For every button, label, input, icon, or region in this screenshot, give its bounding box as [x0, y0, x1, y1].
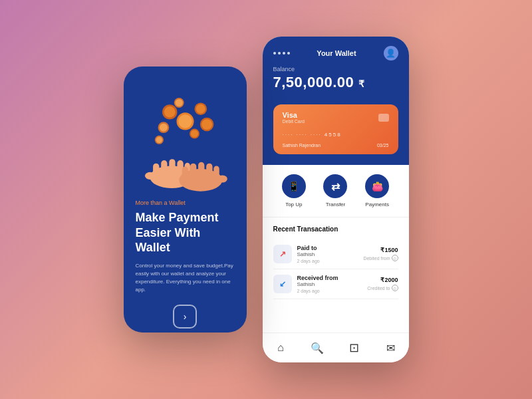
svg-point-23: [144, 172, 154, 180]
svg-point-13: [190, 130, 198, 137]
action-topup[interactable]: 📱 Top Up: [282, 174, 306, 207]
tx-name-1: Sathish: [297, 251, 358, 257]
coin-illustration: [136, 86, 235, 200]
transactions-title: Recent Transacation: [273, 225, 398, 233]
tx-status-dot-2: ⊙: [392, 285, 398, 291]
actions-section: 📱 Top Up ⇄ Transfer 👛 Payments: [263, 165, 409, 217]
topup-circle: 📱: [282, 174, 306, 198]
svg-point-9: [201, 119, 212, 130]
payments-icon: 👛: [372, 181, 383, 192]
tx-amount-2: ₹2000: [367, 277, 398, 283]
tx-icon-box-1: ↗: [273, 245, 292, 263]
action-transfer[interactable]: ⇄ Transfer: [323, 174, 347, 207]
card-expiry: 03/25: [377, 143, 389, 148]
topup-label: Top Up: [285, 201, 302, 207]
tx-icon-box-2: ↙: [273, 275, 292, 293]
debit-card[interactable]: Visa Debit Card ···· ···· ···· 4558 Sath…: [273, 104, 398, 154]
nav-messages[interactable]: ✉: [378, 338, 402, 357]
tagline: More than a Wallet: [136, 200, 235, 206]
arrow-button[interactable]: ›: [173, 305, 197, 329]
transactions-section: Recent Transacation ↗ Paid to Sathish 2 …: [263, 217, 409, 332]
visa-text: Visa: [283, 111, 305, 119]
scan-icon: ⊡: [349, 340, 359, 355]
tx-info-1: Paid to Sathish 2 days ago: [297, 245, 358, 263]
svg-rect-20: [169, 159, 175, 174]
tx-right-2: ₹2000 Credited to ⊙: [367, 277, 398, 291]
card-section: Visa Debit Card ···· ···· ···· 4558 Sath…: [263, 104, 409, 165]
tx-name-2: Sathish: [297, 281, 362, 287]
tx-amount-1: ₹1500: [363, 247, 398, 253]
card-header: Visa Debit Card: [283, 111, 389, 124]
search-icon: 🔍: [311, 342, 324, 354]
menu-dots[interactable]: [273, 52, 290, 55]
arrow-icon: ›: [184, 311, 187, 322]
card-holder: Sathish Rajendran: [283, 143, 321, 148]
transaction-item-1[interactable]: ↗ Paid to Sathish 2 days ago ₹1500 Debit…: [273, 239, 398, 269]
avatar[interactable]: 👤: [384, 46, 398, 61]
left-phone: More than a Wallet Make Payment Easier W…: [124, 66, 247, 332]
svg-point-3: [164, 106, 175, 118]
balance-value: 7,50,000.00: [273, 74, 354, 90]
messages-icon: ✉: [386, 342, 395, 354]
tx-status-2: Credited to ⊙: [367, 285, 398, 291]
headline: Make Payment Easier With Wallet: [136, 210, 235, 255]
tx-status-label-1: Debited from: [363, 256, 390, 261]
tx-type-1: Paid to: [297, 245, 358, 251]
currency-symbol: ₹: [358, 78, 365, 89]
card-chip: [378, 114, 389, 122]
svg-point-11: [175, 99, 182, 106]
tx-status-dot-1: ⊙: [392, 255, 398, 261]
right-phone: Your Wallet 👤 Balance 7,50,000.00 ₹ Visa…: [263, 37, 409, 362]
svg-rect-26: [182, 166, 188, 179]
svg-point-5: [196, 104, 205, 114]
card-type: Debit Card: [283, 119, 305, 124]
wallet-header: Your Wallet 👤 Balance 7,50,000.00 ₹: [263, 37, 409, 104]
svg-point-7: [159, 124, 167, 132]
transfer-icon: ⇄: [331, 180, 340, 193]
header-top: Your Wallet 👤: [273, 46, 398, 61]
card-footer: Sathish Rajendran 03/25: [283, 143, 389, 148]
svg-point-15: [156, 137, 162, 143]
transaction-item-2[interactable]: ↙ Received from Sathish 2 days ago ₹2000…: [273, 269, 398, 299]
action-payments[interactable]: 👛 Payments: [365, 174, 389, 207]
tx-type-2: Received from: [297, 275, 362, 281]
left-phone-content: More than a Wallet Make Payment Easier W…: [136, 200, 235, 332]
tx-info-2: Received from Sathish 2 days ago: [297, 275, 362, 293]
phones-container: More than a Wallet Make Payment Easier W…: [124, 37, 409, 362]
tx-incoming-icon: ↙: [279, 279, 286, 289]
svg-rect-30: [213, 166, 219, 177]
coins-hands-svg: [136, 86, 235, 200]
tx-outgoing-icon: ↗: [279, 249, 286, 259]
tx-status-label-2: Credited to: [367, 286, 390, 291]
svg-point-1: [178, 114, 192, 128]
wallet-title: Your Wallet: [317, 49, 356, 57]
card-number: ···· ···· ···· 4558: [283, 132, 389, 138]
svg-rect-29: [206, 164, 212, 177]
nav-scan[interactable]: ⊡: [342, 338, 366, 357]
tx-status-1: Debited from ⊙: [363, 255, 398, 261]
payments-circle: 👛: [365, 174, 389, 198]
transfer-label: Transfer: [326, 201, 346, 207]
svg-rect-27: [190, 164, 196, 178]
payments-label: Payments: [365, 201, 389, 207]
tx-right-1: ₹1500 Debited from ⊙: [363, 247, 398, 261]
tx-time-2: 2 days ago: [297, 289, 362, 293]
balance-label: Balance: [273, 66, 398, 72]
transfer-circle: ⇄: [323, 174, 347, 198]
nav-home[interactable]: ⌂: [269, 338, 293, 357]
card-brand: Visa Debit Card: [283, 111, 305, 124]
tx-time-1: 2 days ago: [297, 259, 358, 263]
svg-rect-28: [198, 162, 204, 177]
home-icon: ⌂: [277, 342, 284, 354]
nav-search[interactable]: 🔍: [305, 338, 329, 357]
avatar-icon: 👤: [386, 49, 396, 58]
balance-amount: 7,50,000.00 ₹: [273, 74, 398, 91]
topup-icon: 📱: [288, 181, 299, 192]
svg-point-31: [217, 175, 227, 182]
bottom-nav: ⌂ 🔍 ⊡ ✉: [263, 332, 409, 362]
description: Control your money and save budget.Pay e…: [136, 262, 235, 294]
svg-rect-19: [161, 160, 167, 175]
